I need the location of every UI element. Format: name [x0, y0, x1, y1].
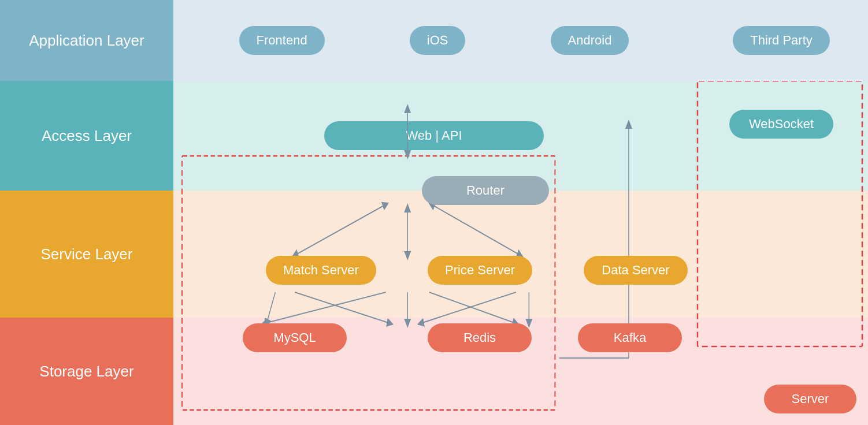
diagram-container: Application Layer Access Layer Service L… [0, 0, 868, 425]
redis-node: Redis [428, 323, 532, 352]
websocket-node: WebSocket [729, 110, 833, 139]
router-node: Router [422, 176, 549, 205]
service-row [173, 191, 695, 318]
access-layer-label: Access Layer [0, 81, 173, 191]
third-party-column: Third Party WebSocket Server [695, 0, 868, 425]
data-server-node: Data Server [584, 256, 688, 285]
tp-service-section [695, 191, 868, 318]
frontend-node: Frontend [239, 26, 325, 55]
application-row: Frontend iOS Android [173, 0, 695, 81]
application-layer-label: Application Layer [0, 0, 173, 81]
price-server-node: Price Server [428, 256, 532, 285]
android-node: Android [551, 26, 629, 55]
service-layer-label: Service Layer [0, 191, 173, 318]
access-row: Web | API [173, 81, 695, 191]
access-left: Web | API [173, 121, 695, 150]
tp-app-section: Third Party [695, 0, 868, 81]
web-api-node: Web | API [324, 121, 544, 150]
content-area: Frontend iOS Android Web | API [173, 0, 695, 425]
server-badge: Server [764, 385, 856, 413]
ios-node: iOS [410, 26, 466, 55]
labels-column: Application Layer Access Layer Service L… [0, 0, 173, 425]
mysql-node: MySQL [243, 323, 347, 352]
kafka-node: Kafka [578, 323, 682, 352]
tp-storage-section: Server [695, 318, 868, 425]
third-party-node: Third Party [733, 26, 830, 55]
tp-access-section: WebSocket [695, 81, 868, 191]
match-server-node: Match Server [266, 256, 376, 285]
storage-layer-label: Storage Layer [0, 318, 173, 425]
